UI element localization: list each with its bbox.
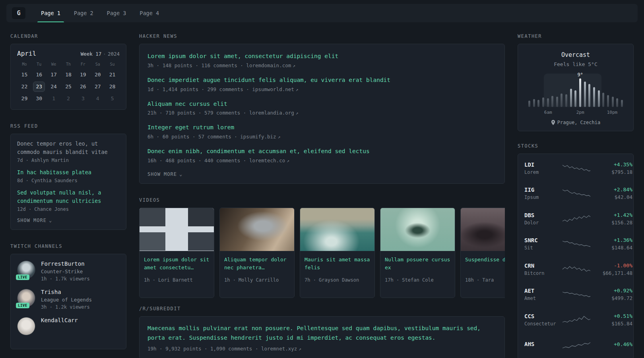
video-card[interactable]: Nullam posuere cursus ex 17h · Stefan Co… <box>380 208 455 298</box>
hn-item-title[interactable]: Lorem ipsum dolor sit amet, consectetur … <box>147 52 497 61</box>
rss-show-more-button[interactable]: SHOW MORE ⌄ <box>17 218 52 223</box>
rss-item-title[interactable]: Sed volutpat nulla nisl, a condimentum n… <box>17 189 120 205</box>
weather-hour-label: 10pm <box>607 110 618 115</box>
calendar-day: 20 <box>92 70 104 80</box>
video-title[interactable]: Nullam posuere cursus ex <box>385 256 450 272</box>
stock-sparkline <box>562 289 591 300</box>
calendar-day: 27 <box>92 82 104 92</box>
hn-item-title[interactable]: Aliquam nec cursus elit <box>147 100 497 109</box>
calendar-day: 29 <box>18 93 30 104</box>
stock-name: Consectetur <box>524 321 562 327</box>
calendar-day: 22 <box>18 82 30 92</box>
hn-item-title[interactable]: Donec enim nibh, condimentum et accumsan… <box>147 147 497 156</box>
video-title[interactable]: Suspendisse diam <box>465 256 505 272</box>
twitch-channel-row[interactable]: KendallCarr <box>17 317 120 335</box>
hn-item-stats: 16h · 468 points · 440 comments · <box>147 158 246 163</box>
tab-page-1[interactable]: Page 1 <box>34 4 67 22</box>
hn-show-more-button[interactable]: SHOW MORE ⌄ <box>147 171 182 177</box>
calendar-day-header: Tu <box>32 62 47 68</box>
stock-values: +0.46% <box>591 341 632 349</box>
avatar[interactable]: LIVE <box>17 261 35 279</box>
twitch-channel-row[interactable]: LIVE ForrestBurton Counter-Strike 1h · 1… <box>17 261 120 282</box>
weather-hour-label: 6am <box>544 110 552 115</box>
calendar-day-header: Sa <box>90 62 105 68</box>
video-card-body: Nullam posuere cursus ex 17h · Stefan Co… <box>380 251 455 288</box>
hn-item-domain-link[interactable]: ipsumworld.net↗ <box>252 86 298 92</box>
stocks-section: STOCKS LDI Lorem +4.35% $795.18 <box>518 143 634 358</box>
video-card[interactable]: Mauris sit amet massa felis 7h · Grayson… <box>300 208 375 298</box>
hn-item-title[interactable]: Integer eget rutrum lorem <box>147 123 497 132</box>
calendar-header: April Week 17·2024 <box>17 50 120 57</box>
video-card[interactable]: Aliquam tempor dolor nec pharetra… 1h · … <box>219 208 295 298</box>
video-card-body: Suspendisse diam 18h · Tara <box>461 251 505 288</box>
calendar-card: April Week 17·2024 Mo Tu We Th Fr Sa Su … <box>10 44 126 110</box>
subreddit-post-title[interactable]: Maecenas mollis pulvinar erat non posuer… <box>147 324 497 343</box>
twitch-channel-row[interactable]: LIVE Trisha League of Legends 3h · 1.2k … <box>17 289 120 310</box>
hn-item-stats: 6h · 60 points · 57 comments · <box>147 134 237 140</box>
stock-id: SNRC Sit <box>524 237 562 251</box>
weather-bar <box>584 82 586 107</box>
stock-name: Ipsum <box>524 195 562 200</box>
hn-item-domain: ipsumify.biz <box>240 134 276 140</box>
hn-item-domain-link[interactable]: ipsumify.biz↗ <box>240 134 280 140</box>
avatar[interactable]: LIVE <box>17 289 35 307</box>
tab-page-4[interactable]: Page 4 <box>133 4 166 22</box>
hn-item-stats: 1d · 1,414 points · 299 comments · <box>147 86 249 92</box>
weather-bar <box>551 96 553 107</box>
twitch-channel-name[interactable]: KendallCarr <box>41 317 78 323</box>
calendar-day-header: Mo <box>17 62 32 68</box>
videos-section-title: VIDEOS <box>139 197 505 203</box>
hn-item-domain-link[interactable]: loremdomain.com↗ <box>246 62 295 68</box>
weather-bar <box>616 98 618 107</box>
stock-price: $156.28 <box>591 220 632 226</box>
middle-column: HACKER NEWS Lorem ipsum dolor sit amet, … <box>139 33 505 358</box>
stock-sparkline <box>562 163 591 173</box>
subreddit-domain-link[interactable]: loremnet.xyz↗ <box>261 346 301 352</box>
tab-page-2[interactable]: Page 2 <box>67 4 100 22</box>
hn-item-title[interactable]: Donec imperdiet augue tincidunt felis al… <box>147 76 497 85</box>
video-card[interactable]: Suspendisse diam 18h · Tara <box>460 208 505 298</box>
video-title[interactable]: Lorem ipsum dolor sit amet consectetu… <box>144 256 209 272</box>
hn-item-domain-link[interactable]: loremtech.co↗ <box>249 158 289 163</box>
video-title[interactable]: Mauris sit amet massa felis <box>305 256 370 272</box>
tab-page-3[interactable]: Page 3 <box>100 4 133 22</box>
stock-symbol: AHS <box>524 341 562 347</box>
stock-change: +0.51% <box>591 313 632 319</box>
rss-item: Donec tempor eros leo, ut commodo mauris… <box>17 140 120 163</box>
hn-item-domain-link[interactable]: loremlandia.org↗ <box>249 110 299 116</box>
stock-sparkline <box>562 239 591 249</box>
hacker-news-section: HACKER NEWS Lorem ipsum dolor sit amet, … <box>139 33 505 184</box>
hn-item-stats: 3h · 148 points · 116 comments · <box>147 62 243 68</box>
video-meta: 1h · Molly Carrillo <box>224 277 290 283</box>
video-card[interactable]: Lorem ipsum dolor sit amet consectetu… 1… <box>139 208 214 298</box>
location-pin-icon <box>551 120 555 125</box>
stock-change: +2.84% <box>591 187 632 193</box>
rss-item-title[interactable]: In hac habitasse platea <box>17 168 120 177</box>
rss-section: RSS FEED Donec tempor eros leo, ut commo… <box>10 123 126 230</box>
twitch-channel-name[interactable]: Trisha <box>41 289 92 295</box>
stock-row: DBS Dolor +1.42% $156.28 <box>524 206 627 232</box>
calendar-day: 3 <box>77 93 89 104</box>
video-thumbnail <box>220 208 294 251</box>
rss-show-more-label: SHOW MORE <box>17 218 47 223</box>
stock-price: $795.18 <box>591 169 632 175</box>
rss-item-title[interactable]: Donec tempor eros leo, ut commodo mauris… <box>17 140 120 156</box>
twitch-channel-name[interactable]: ForrestBurton <box>41 261 90 267</box>
videos-row: Lorem ipsum dolor sit amet consectetu… 1… <box>139 208 505 298</box>
avatar[interactable] <box>17 317 35 335</box>
calendar-day: 17 <box>48 70 60 80</box>
calendar-section: CALENDAR April Week 17·2024 Mo Tu We Th … <box>10 33 126 110</box>
app-logo[interactable]: G <box>12 7 25 19</box>
external-link-icon: ↗ <box>296 87 299 92</box>
weather-bar <box>533 99 535 107</box>
weather-bar <box>612 97 614 107</box>
video-title[interactable]: Aliquam tempor dolor nec pharetra… <box>224 256 290 272</box>
calendar-section-title: CALENDAR <box>10 33 126 39</box>
video-thumbnail <box>461 208 505 251</box>
chevron-down-icon: ⌄ <box>179 171 182 177</box>
external-link-icon: ↗ <box>293 63 295 68</box>
stock-sparkline <box>562 214 591 224</box>
video-meta: 1h · Lori Barnett <box>144 277 209 283</box>
rss-item-meta: 7d · Ashlyn Martin <box>17 158 120 163</box>
stock-values: +1.36% $148.64 <box>591 237 632 251</box>
